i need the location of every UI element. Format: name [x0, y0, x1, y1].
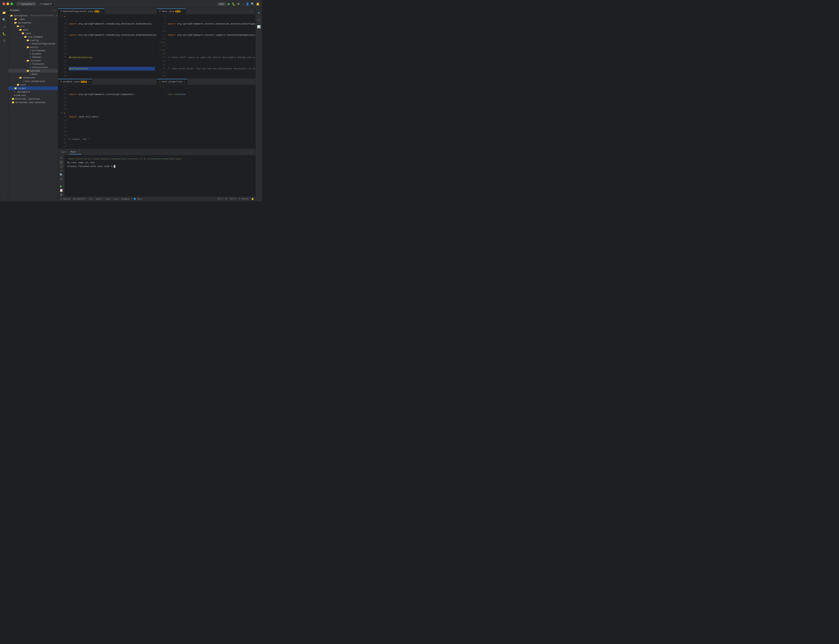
tree-item-entity[interactable]: ▾ 📂 entity	[8, 46, 58, 49]
tab-mainconfiguration[interactable]: C MainConfiguration.java ▲ 4 ✕	[58, 8, 105, 14]
gutter-line: 25	[59, 115, 66, 119]
code-editor-student[interactable]: 17 18 19 20 21 22 23 24▲ 25 26 27	[58, 85, 157, 149]
tree-item-testevent[interactable]: C TestEvent	[8, 62, 58, 66]
tree-item-student[interactable]: C Student	[8, 52, 58, 56]
tab-close-button[interactable]: ✕	[78, 151, 79, 153]
code-editor-mainconfiguration[interactable]: 8▲ 9 10 11 12 13 14 15 16 17 18	[58, 15, 157, 78]
tab-student[interactable]: C Student.java ▲ 13 ✕	[58, 79, 92, 84]
run-tab[interactable]: Run	[60, 150, 67, 154]
right-sidebar-icon-2[interactable]: m	[256, 16, 262, 23]
more-options-icon[interactable]: ···	[241, 2, 244, 6]
tab-close-button[interactable]: ✕	[101, 10, 102, 13]
maximize-button[interactable]	[10, 2, 13, 5]
code-content[interactable]: import org.springframework.context.annot…	[166, 15, 255, 78]
tab-main[interactable]: C Main.java ▲ 3 ✕	[157, 8, 186, 14]
sidebar-item-find[interactable]: 🔍	[1, 16, 7, 23]
sidebar-item-more[interactable]: ···	[1, 193, 7, 200]
tree-item-scratches[interactable]: ▸ 📁 Scratches and Consoles	[8, 100, 58, 104]
tree-item-gitignore[interactable]: ⊙ .gitignore	[8, 90, 58, 94]
stop-button[interactable]: ⬛	[58, 160, 64, 164]
tab-more-options[interactable]: ···	[247, 80, 255, 83]
gutter-line: 16	[157, 52, 165, 56]
code-content[interactable]: test.name=Eve	[166, 85, 255, 104]
debug-button[interactable]: 🐛	[232, 2, 235, 6]
right-sidebar-icon-3[interactable]: 📊	[256, 24, 262, 30]
close-button[interactable]	[2, 2, 5, 5]
run-icon-bottom[interactable]: ▶	[58, 184, 64, 188]
sidebar-item-git[interactable]: ⎇	[1, 24, 7, 30]
tab-close-button[interactable]: ✕	[182, 10, 183, 13]
sidebar-item-project[interactable]: 📁	[1, 10, 7, 16]
branch-selector[interactable]: ⎇ master ▾	[38, 2, 54, 6]
settings-icon[interactable]: ⚙	[58, 177, 64, 181]
tree-label: src	[20, 25, 25, 28]
tree-item-java[interactable]: ▾ 📂 java	[8, 31, 58, 35]
tree-item-src[interactable]: ▾ 📂 src	[8, 25, 58, 28]
tab-close-button[interactable]: ✕	[88, 80, 89, 83]
branch-icon: ⎇	[39, 3, 42, 5]
run-button[interactable]: ▶	[228, 2, 230, 6]
tree-item-idea[interactable]: ▸ 📁 .idea	[8, 17, 58, 21]
tab-more-options[interactable]: ···	[247, 10, 255, 13]
code-lines: 8▲ 9 10 11 12 13 14 15 16 17 18	[58, 15, 157, 78]
sidebar-item-debug[interactable]: 🐛	[1, 31, 7, 37]
notifications-icon[interactable]: 🔔	[256, 2, 259, 6]
tree-item-springtest2[interactable]: ▾ 📂 SpringTest	[8, 21, 58, 25]
right-sidebar-icon-1[interactable]: ●	[256, 10, 262, 16]
panel-minimize-icon[interactable]: —	[248, 149, 254, 155]
tree-item-external-libraries[interactable]: ▸ 📁 External Libraries	[8, 97, 58, 100]
tree-item-resources[interactable]: ▾ 📂 resources	[8, 76, 58, 79]
tree-item-testlistener[interactable]: C TestListener	[8, 66, 58, 69]
panel-options-icon[interactable]: ···	[240, 149, 246, 155]
tree-item-target[interactable]: ▸ 📁 target	[8, 87, 58, 90]
java-file-icon: C	[30, 53, 31, 55]
git-file-icon: ⊙	[14, 90, 16, 93]
gutter-line: 18	[59, 89, 66, 92]
tree-item-listener[interactable]: ▾ 📂 listener	[8, 59, 58, 62]
gutter-line: 20	[59, 59, 66, 63]
tree-item-main[interactable]: ▾ 📂 main	[8, 28, 58, 31]
run-config-selector[interactable]: Main	[217, 2, 226, 6]
filter-icon[interactable]: ⊟	[58, 165, 64, 168]
tab-more-options[interactable]: ···	[148, 10, 157, 13]
tab-more-options[interactable]: ···	[148, 80, 157, 83]
tab-bar-top-left: C MainConfiguration.java ▲ 4 ✕ ···	[58, 8, 157, 15]
find-icon[interactable]: 🔍	[58, 173, 64, 177]
tab-close-button[interactable]: ✕	[184, 80, 185, 83]
settings-icon[interactable]: ⚙	[237, 2, 240, 6]
tree-item-artteacher[interactable]: C ArtTeacher	[8, 49, 58, 52]
minimize-button[interactable]	[7, 2, 9, 5]
code-editor-testprops[interactable]: 1✓ test.name=Eve	[157, 85, 255, 149]
tree-item-springtest[interactable]: ▾ 📂 SpringTest ~/Desktop/CS/JavaEE/2 Jav…	[8, 14, 58, 17]
right-sidebar: ● m 📊	[255, 8, 262, 201]
project-panel: Project ··· ▾ 📂 SpringTest ~/Desktop/CS/…	[8, 8, 58, 201]
rerun-button[interactable]: ↻	[58, 156, 64, 159]
tree-label: entity	[30, 46, 39, 49]
status-lf: LF	[225, 198, 228, 200]
sidebar-item-database[interactable]: 🗄	[1, 38, 7, 44]
tree-item-service[interactable]: ▾ 📂 service	[8, 69, 58, 72]
tab-testprops[interactable]: ⚙ test.properties ✕	[157, 79, 187, 84]
search-icon[interactable]: 🔍	[251, 2, 254, 6]
tree-item-org-example[interactable]: ▾ 📂 org.example	[8, 35, 58, 39]
main-run-tab[interactable]: Main ✕	[69, 150, 81, 154]
tree-item-mainconfiguration[interactable]: C MainConfiguration	[8, 42, 58, 46]
trash-icon[interactable]: 🗑	[58, 193, 64, 196]
code-editor-main[interactable]: 6 7 8 9 10 11 12 13▶ 14 15▶ 16	[157, 15, 255, 78]
gutter-line: 8	[157, 22, 165, 26]
tree-item-testprops[interactable]: ⚙ test.properties	[8, 79, 58, 83]
tree-item-pomxml[interactable]: ◈ pom.xml	[8, 94, 58, 97]
editor-pane-testprops: ⚙ test.properties ✕ ··· 1✓ test.nam	[157, 79, 255, 149]
panel-options-icon[interactable]: ···	[52, 9, 56, 12]
account-icon[interactable]: 👤	[246, 2, 249, 6]
code-content[interactable]: import org.springframework.stereotype.Co…	[67, 85, 157, 149]
tree-item-config[interactable]: ▾ 📂 config	[8, 39, 58, 42]
tree-item-test[interactable]: ▸ 📁 test	[8, 83, 58, 87]
step-icon[interactable]: 📋	[58, 189, 64, 192]
wrap-icon[interactable]: ↵	[58, 169, 64, 172]
tree-label: SpringTest	[14, 15, 28, 17]
tree-item-main-java[interactable]: C Main	[8, 72, 58, 76]
tree-item-teacher[interactable]: C Teacher	[8, 56, 58, 59]
code-content[interactable]: import org.springframework.scheduling.an…	[67, 15, 157, 78]
project-selector[interactable]: ST SpringTest ▾	[16, 2, 36, 6]
